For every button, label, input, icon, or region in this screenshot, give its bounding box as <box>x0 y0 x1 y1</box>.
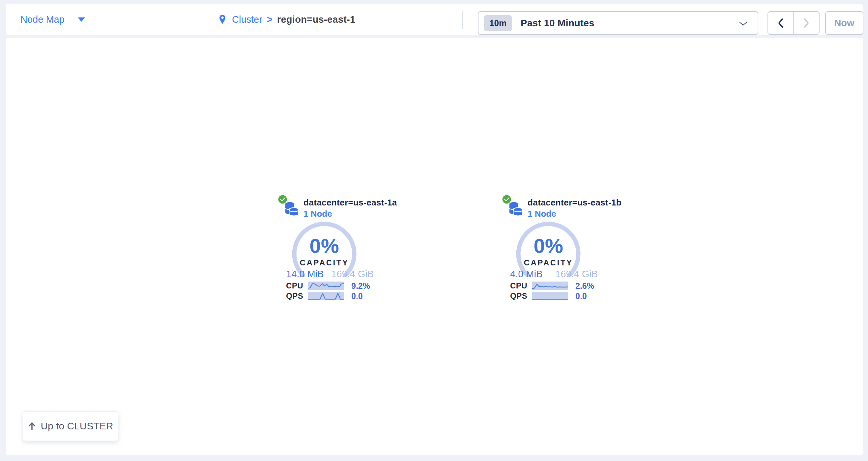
header-divider <box>462 10 463 29</box>
cpu-label: CPU <box>286 281 308 290</box>
capacity-range: 4.0 MiB 169.4 GiB <box>510 269 598 279</box>
capacity-percent: 0% <box>512 236 585 256</box>
breadcrumb-separator: > <box>267 14 273 25</box>
chevron-down-icon <box>739 22 747 26</box>
time-range-badge: 10m <box>484 15 512 31</box>
cpu-value: 9.2% <box>351 281 370 291</box>
node-map-screen: Node Map Cluster > region=us-east-1 10m … <box>0 0 868 461</box>
qps-metric-row: QPS 0.0 <box>286 291 363 301</box>
up-to-cluster-button[interactable]: Up to CLUSTER <box>23 411 118 441</box>
capacity-total: 169.4 GiB <box>331 269 374 279</box>
cpu-value: 2.6% <box>576 281 594 291</box>
cpu-label: CPU <box>510 281 532 290</box>
map-pin-icon <box>217 13 227 25</box>
breadcrumb-cluster-link[interactable]: Cluster <box>232 14 262 25</box>
capacity-total: 169.4 GiB <box>555 269 598 279</box>
caret-down-icon <box>78 18 85 22</box>
capacity-label: CAPACITY <box>512 258 585 267</box>
capacity-label: CAPACITY <box>288 258 361 267</box>
chevron-right-icon <box>803 18 809 28</box>
header-bar: Node Map Cluster > region=us-east-1 10m … <box>6 4 863 35</box>
capacity-percent: 0% <box>288 236 361 256</box>
datacenter-name: datacenter=us-east-1b <box>528 198 621 208</box>
node-map-panel: datacenter=us-east-1a 1 Node 0% CAPACITY… <box>6 37 863 455</box>
cpu-sparkline <box>532 282 568 290</box>
qps-sparkline <box>532 292 568 300</box>
up-to-cluster-label: Up to CLUSTER <box>40 421 113 432</box>
qps-metric-row: QPS 0.0 <box>510 291 587 301</box>
arrow-up-icon <box>28 422 36 431</box>
cpu-metric-row: CPU 2.6% <box>510 281 594 290</box>
capacity-used: 4.0 MiB <box>510 269 542 279</box>
qps-label: QPS <box>286 291 308 301</box>
time-range-label: Past 10 Minutes <box>521 18 594 29</box>
view-selector-dropdown[interactable]: Node Map <box>21 4 85 35</box>
breadcrumb: Cluster > region=us-east-1 <box>217 4 355 35</box>
time-forward-button[interactable] <box>794 12 819 34</box>
qps-value: 0.0 <box>351 291 363 301</box>
view-selector-label: Node Map <box>21 14 65 25</box>
time-pager <box>768 11 819 35</box>
capacity-range: 14.0 MiB 169.4 GiB <box>286 269 374 279</box>
datacenter-card-us-east-1a[interactable]: datacenter=us-east-1a 1 Node 0% CAPACITY… <box>278 195 433 308</box>
chevron-left-icon <box>778 18 784 28</box>
qps-value: 0.0 <box>576 291 587 301</box>
database-stack-icon <box>283 200 301 218</box>
datacenter-name: datacenter=us-east-1a <box>304 198 397 208</box>
time-back-button[interactable] <box>768 12 794 34</box>
cpu-sparkline <box>308 282 344 290</box>
cpu-metric-row: CPU 9.2% <box>286 281 370 290</box>
capacity-used: 14.0 MiB <box>286 269 323 279</box>
datacenter-card-us-east-1b[interactable]: datacenter=us-east-1b 1 Node 0% CAPACITY… <box>502 195 657 308</box>
now-button-label: Now <box>834 18 854 29</box>
qps-sparkline <box>308 292 344 300</box>
time-range-dropdown[interactable]: 10m Past 10 Minutes <box>478 11 758 35</box>
database-stack-icon <box>507 200 525 218</box>
qps-label: QPS <box>510 291 532 301</box>
now-button[interactable]: Now <box>825 11 863 35</box>
breadcrumb-current: region=us-east-1 <box>277 14 355 25</box>
